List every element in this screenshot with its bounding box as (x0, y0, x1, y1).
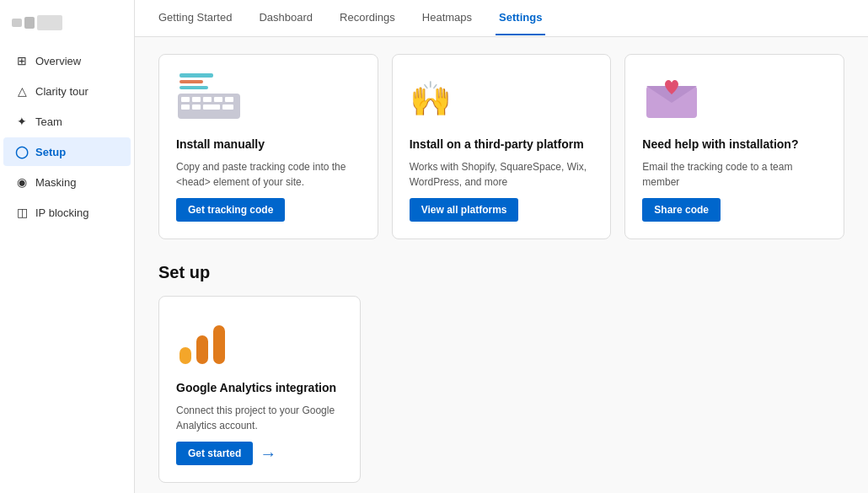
third-party-desc: Works with Shopify, SquareSpace, Wix, Wo… (410, 159, 594, 190)
sidebar-item-overview[interactable]: ⊞ Overview (3, 46, 131, 75)
share-code-button[interactable]: Share code (642, 198, 721, 222)
svg-rect-3 (179, 73, 213, 78)
google-analytics-desc: Connect this project to your Google Anal… (176, 403, 343, 433)
sidebar-logo (0, 8, 134, 46)
svg-rect-13 (192, 104, 201, 110)
tab-recordings[interactable]: Recordings (336, 1, 399, 35)
sidebar-item-setup[interactable]: ◯ Setup (3, 137, 131, 166)
svg-rect-18 (196, 335, 208, 364)
main-content: Getting Started Dashboard Recordings Hea… (135, 0, 868, 493)
ip-blocking-icon: ◫ (15, 206, 29, 219)
install-manually-desc: Copy and paste tracking code into the <h… (176, 159, 361, 190)
share-code-title: Need help with installation? (642, 137, 827, 151)
svg-rect-9 (203, 97, 212, 102)
analytics-icon-container (176, 313, 343, 372)
tab-heatmaps[interactable]: Heatmaps (419, 1, 475, 35)
svg-rect-2 (37, 15, 62, 30)
sidebar-item-masking[interactable]: ◉ Masking (3, 168, 131, 196)
tab-settings[interactable]: Settings (496, 1, 545, 35)
install-cards-row: Install manually Copy and paste tracking… (158, 54, 844, 239)
sidebar-item-clarity-tour[interactable]: △ Clarity tour (3, 77, 131, 105)
arrow-indicator: → (260, 444, 276, 464)
sidebar-item-team[interactable]: ✦ Team (3, 107, 131, 136)
google-analytics-title: Google Analytics integration (176, 381, 343, 394)
setup-section-title: Set up (158, 263, 844, 282)
third-party-card: 🙌 Install on a third-party platform Work… (392, 54, 612, 239)
setup-cards-row: Google Analytics integration Connect thi… (158, 296, 844, 483)
envelope-illustration (642, 72, 710, 126)
svg-rect-0 (12, 19, 22, 27)
tab-dashboard[interactable]: Dashboard (255, 1, 316, 35)
clarity-tour-icon: △ (15, 84, 29, 98)
get-tracking-code-button[interactable]: Get tracking code (176, 198, 285, 222)
svg-rect-5 (179, 86, 208, 89)
masking-icon: ◉ (15, 175, 29, 189)
content-area: Install manually Copy and paste tracking… (135, 37, 868, 493)
setup-icon: ◯ (15, 145, 29, 158)
svg-rect-15 (222, 104, 233, 110)
svg-rect-7 (181, 97, 190, 102)
svg-rect-12 (181, 104, 190, 110)
top-navigation: Getting Started Dashboard Recordings Hea… (135, 0, 868, 37)
svg-rect-4 (179, 80, 203, 83)
svg-rect-8 (192, 97, 201, 102)
setup-section: Set up Google Analytics in (158, 263, 844, 483)
third-party-title: Install on a third-party platform (410, 137, 594, 151)
overview-icon: ⊞ (15, 54, 29, 67)
clap-illustration: 🙌 (410, 72, 477, 126)
svg-point-20 (181, 353, 190, 362)
svg-rect-1 (24, 17, 35, 29)
sidebar: ⊞ Overview △ Clarity tour ✦ Team ◯ Setup… (0, 0, 135, 493)
svg-rect-19 (213, 325, 225, 364)
svg-rect-11 (225, 97, 233, 102)
install-manually-card: Install manually Copy and paste tracking… (158, 54, 378, 239)
google-analytics-card: Google Analytics integration Connect thi… (158, 296, 361, 483)
view-all-platforms-button[interactable]: View all platforms (410, 198, 519, 222)
tab-getting-started[interactable]: Getting Started (155, 1, 235, 35)
svg-rect-10 (214, 97, 222, 102)
keyboard-illustration (176, 72, 244, 126)
team-icon: ✦ (15, 115, 29, 128)
install-manually-title: Install manually (176, 137, 361, 151)
share-code-card: Need help with installation? Email the t… (624, 54, 844, 239)
svg-rect-14 (203, 104, 220, 110)
get-started-button[interactable]: Get started (176, 442, 253, 465)
sidebar-item-ip-blocking[interactable]: ◫ IP blocking (3, 198, 131, 227)
share-code-desc: Email the tracking code to a team member (642, 159, 827, 190)
